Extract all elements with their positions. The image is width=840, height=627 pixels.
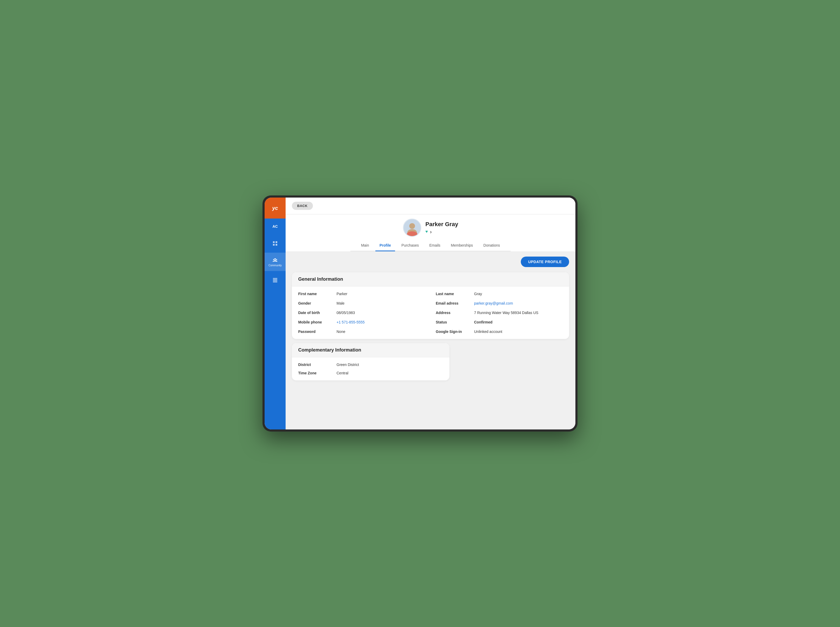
timezone-label: Time Zone	[298, 371, 332, 375]
password-value: None	[336, 329, 345, 334]
password-label: Password	[298, 329, 332, 334]
sidebar-avatar-initials: AC	[265, 219, 286, 234]
top-bar: BACK	[286, 197, 575, 214]
dob-row: Date of birth 08/05/1983	[298, 310, 425, 315]
first-name-value: Parker	[336, 292, 347, 296]
email-row: Email adress parker.gray@gmail.com	[436, 301, 563, 306]
svg-point-12	[409, 223, 415, 229]
mobile-row: Mobile phone +1 571-855-5555	[298, 320, 425, 324]
general-info-title: General Information	[292, 272, 569, 287]
tab-emails[interactable]: Emails	[425, 240, 445, 251]
status-label: Status	[436, 320, 470, 324]
general-info-grid: First name Parker Gender Male Date of bi…	[298, 292, 563, 334]
google-row: Google Sign-in Unlinked account	[436, 329, 563, 334]
svg-point-4	[274, 258, 276, 260]
status-row: Status Confirmed	[436, 320, 563, 324]
address-value: 7 Running Water Way 58934 Dallas US	[474, 310, 538, 315]
community-icon	[272, 257, 278, 263]
dob-value: 08/05/1983	[336, 310, 355, 315]
district-value: Green District	[336, 362, 359, 367]
gender-row: Gender Male	[298, 301, 425, 306]
timezone-value: Central	[336, 371, 348, 375]
main-content: BACK Parke	[286, 197, 575, 430]
gender-label: Gender	[298, 301, 332, 306]
first-name-row: First name Parker	[298, 292, 425, 296]
profile-name-area: Parker Gray ♥ ›	[426, 221, 458, 235]
svg-point-14	[407, 232, 417, 237]
sidebar-item-table[interactable]	[265, 271, 286, 289]
email-label: Email adress	[436, 301, 470, 306]
first-name-label: First name	[298, 292, 332, 296]
mobile-value[interactable]: +1 571-855-5555	[336, 320, 365, 324]
chevron-right-icon[interactable]: ›	[430, 229, 432, 235]
profile-header: Parker Gray ♥ › Main Profile Purchases E…	[286, 214, 575, 251]
back-button[interactable]: BACK	[292, 202, 313, 210]
svg-rect-3	[276, 244, 277, 246]
mobile-label: Mobile phone	[298, 320, 332, 324]
general-info-left: First name Parker Gender Male Date of bi…	[298, 292, 425, 334]
avatar-image	[404, 219, 420, 237]
table-icon	[272, 277, 278, 283]
svg-rect-2	[273, 244, 275, 246]
gender-value: Male	[336, 301, 344, 306]
svg-rect-0	[273, 241, 275, 243]
content-area: UPDATE PROFILE General Information First…	[286, 251, 575, 430]
profile-identity: Parker Gray ♥ ›	[403, 219, 458, 237]
address-label: Address	[436, 310, 470, 315]
complementary-info-body: District Green District Time Zone Centra…	[292, 357, 449, 380]
avatar	[403, 219, 421, 237]
dob-label: Date of birth	[298, 310, 332, 315]
google-label: Google Sign-in	[436, 329, 470, 334]
update-profile-button[interactable]: UPDATE PROFILE	[521, 257, 569, 267]
district-row: District Green District	[298, 362, 443, 367]
password-row: Password None	[298, 329, 425, 334]
tab-profile[interactable]: Profile	[375, 240, 395, 251]
sidebar-logo: yc	[265, 197, 286, 219]
general-info-right: Last name Gray Email adress parker.gray@…	[436, 292, 563, 334]
last-name-value: Gray	[474, 292, 482, 296]
complementary-info-card: Complementary Information District Green…	[292, 343, 449, 380]
timezone-row: Time Zone Central	[298, 371, 443, 375]
tabs-bar: Main Profile Purchases Emails Membership…	[351, 240, 510, 251]
general-info-card: General Information First name Parker Ge	[292, 272, 569, 339]
general-info-body: First name Parker Gender Male Date of bi…	[292, 287, 569, 339]
screen-inner: yc AC Community	[265, 197, 575, 430]
screen-wrapper: yc AC Community	[262, 195, 578, 432]
svg-rect-9	[273, 280, 278, 281]
email-value[interactable]: parker.gray@gmail.com	[474, 301, 513, 306]
status-value: Confirmed	[474, 320, 493, 324]
profile-name: Parker Gray	[426, 221, 458, 228]
tab-main[interactable]: Main	[357, 240, 373, 251]
heart-icon: ♥	[426, 229, 428, 234]
address-row: Address 7 Running Water Way 58934 Dallas…	[436, 310, 563, 315]
sidebar: yc AC Community	[265, 197, 286, 430]
svg-rect-8	[273, 279, 278, 280]
tab-memberships[interactable]: Memberships	[447, 240, 477, 251]
svg-rect-10	[273, 282, 278, 282]
sidebar-item-community[interactable]: Community	[265, 253, 286, 271]
grid-icon	[272, 241, 278, 246]
district-label: District	[298, 362, 332, 367]
tab-purchases[interactable]: Purchases	[397, 240, 423, 251]
profile-meta: ♥ ›	[426, 229, 432, 235]
svg-point-6	[276, 259, 277, 260]
google-value: Unlinked account	[474, 329, 502, 334]
svg-rect-7	[273, 278, 278, 279]
sidebar-item-grid[interactable]	[265, 234, 286, 253]
sidebar-item-community-label: Community	[268, 264, 282, 267]
complementary-info-title: Complementary Information	[292, 343, 449, 357]
svg-point-5	[273, 259, 274, 260]
action-row: UPDATE PROFILE	[292, 257, 569, 268]
last-name-label: Last name	[436, 292, 470, 296]
sidebar-logo-text: yc	[272, 205, 278, 211]
last-name-row: Last name Gray	[436, 292, 563, 296]
tab-donations[interactable]: Donations	[479, 240, 504, 251]
svg-rect-1	[276, 241, 277, 243]
